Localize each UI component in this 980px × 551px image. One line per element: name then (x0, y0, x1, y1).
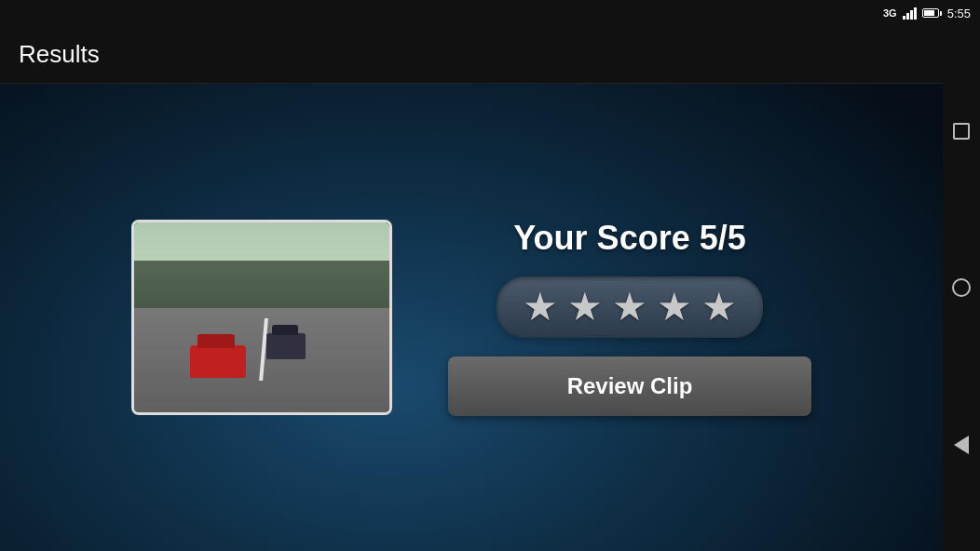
home-button[interactable] (952, 278, 971, 297)
star-2: ★ (567, 288, 603, 327)
star-1: ★ (523, 288, 558, 327)
results-panel: Your Score 5/5 ★ ★ ★ ★ ★ Review Clip (448, 219, 811, 416)
battery-icon (922, 8, 942, 18)
back-icon (954, 436, 969, 454)
star-4: ★ (657, 288, 692, 327)
page-title: Results (19, 40, 100, 69)
star-5: ★ (701, 288, 737, 327)
android-nav-bar (943, 26, 980, 551)
road (134, 308, 389, 412)
circle-icon (952, 278, 971, 297)
recent-apps-button[interactable] (953, 123, 970, 140)
road-scene (134, 222, 389, 412)
car-red (190, 345, 246, 378)
video-thumbnail[interactable] (131, 220, 392, 415)
star-3: ★ (612, 288, 647, 327)
review-clip-button[interactable]: Review Clip (448, 356, 811, 416)
back-button[interactable] (954, 436, 969, 454)
video-preview (134, 222, 389, 412)
stars-rating: ★ ★ ★ ★ ★ (497, 276, 763, 338)
main-content: Your Score 5/5 ★ ★ ★ ★ ★ Review Clip (0, 84, 943, 551)
signal-bars-icon (903, 7, 917, 20)
status-bar: 3G 5:55 (0, 0, 980, 26)
clock: 5:55 (947, 7, 971, 20)
square-icon (953, 123, 970, 140)
header-bar: Results (0, 26, 980, 84)
signal-3g-icon: 3G (883, 7, 897, 19)
car-dark (266, 333, 306, 359)
score-label: Your Score 5/5 (513, 219, 745, 258)
